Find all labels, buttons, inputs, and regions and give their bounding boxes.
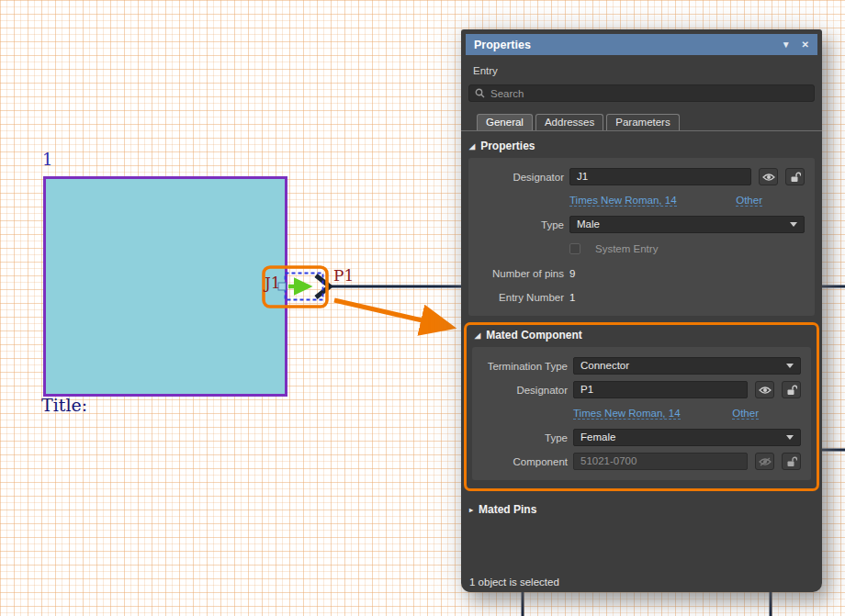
tab-parameters[interactable]: Parameters (606, 114, 679, 130)
entry-designator-label: J1 (265, 274, 281, 292)
tab-general[interactable]: General (477, 114, 533, 130)
lock-button[interactable] (782, 453, 801, 470)
type-dropdown[interactable]: Male (569, 216, 805, 233)
number-of-pins-label: Number of pins (468, 268, 564, 279)
collapse-icon: ◢ (475, 331, 480, 340)
sheet-symbol[interactable] (43, 176, 287, 397)
section-header-mated-pins[interactable]: ▸ Mated Pins (461, 495, 822, 520)
panel-menu-icon[interactable]: ▼ (782, 39, 791, 50)
entry-arrow-icon[interactable] (316, 275, 330, 297)
properties-group: Designator J1 (468, 158, 815, 316)
type-label: Type (468, 219, 564, 230)
entry-number-label: Entry Number (468, 292, 564, 303)
lock-button[interactable] (785, 168, 805, 185)
eye-slash-icon (759, 457, 772, 466)
designator-label: Designator (468, 172, 564, 183)
eye-icon (762, 173, 775, 182)
schematic-canvas[interactable]: 1 Title: J1 P1 Properties ▼ (0, 0, 845, 616)
visibility-button[interactable] (755, 381, 774, 398)
mated-designator-input[interactable]: P1 (573, 381, 748, 398)
search-placeholder: Search (490, 88, 524, 99)
font-link[interactable]: Times New Roman, 14 (569, 195, 677, 207)
tab-bar: General Addresses Parameters (461, 114, 822, 131)
visibility-disabled-button (755, 453, 774, 470)
search-icon (475, 88, 485, 98)
search-input[interactable]: Search (468, 84, 815, 102)
collapse-icon: ◢ (469, 142, 475, 151)
panel-header[interactable]: Properties ▼ ✕ (466, 34, 817, 55)
lock-icon (790, 172, 801, 183)
properties-panel: Properties ▼ ✕ Entry Search General Addr… (461, 29, 822, 592)
selection-box (286, 274, 323, 300)
panel-subtitle: Entry (473, 65, 822, 76)
termination-type-label: Termination Type (472, 361, 568, 372)
sheet-title-label: Title: (41, 395, 87, 415)
callout-arrow (334, 300, 450, 327)
designator-input[interactable]: J1 (569, 168, 751, 185)
system-entry-checkbox (569, 243, 580, 254)
tab-addresses[interactable]: Addresses (535, 114, 603, 130)
expand-icon: ▸ (469, 506, 473, 514)
lock-icon (786, 456, 797, 467)
visibility-button[interactable] (759, 168, 778, 185)
system-entry-label: System Entry (595, 243, 658, 254)
sheet-number-label: 1 (42, 150, 52, 169)
lock-icon (786, 385, 797, 396)
close-icon[interactable]: ✕ (802, 39, 809, 50)
other-link[interactable]: Other (732, 408, 759, 420)
font-link[interactable]: Times New Roman, 14 (573, 408, 681, 420)
component-label: Component (472, 456, 568, 467)
type-label: Type (472, 432, 568, 443)
mated-designator-label: P1 (333, 266, 354, 285)
termination-type-dropdown[interactable]: Connector (573, 357, 801, 375)
mated-component-group: Termination Type Connector Designator P1 (472, 347, 811, 480)
number-of-pins-value: 9 (569, 268, 575, 279)
section-header-mated-component[interactable]: ◢ Mated Component (467, 325, 817, 345)
status-text: 1 object is selected (469, 577, 559, 588)
designator-label: Designator (472, 385, 568, 396)
lock-button[interactable] (782, 381, 801, 398)
chevron-down-icon (790, 222, 797, 227)
entry-number-value: 1 (569, 292, 575, 303)
component-input: 51021-0700 (573, 453, 748, 470)
panel-title: Properties (474, 39, 531, 51)
mated-component-highlight: ◢ Mated Component Termination Type Conne… (464, 322, 819, 491)
section-header-properties[interactable]: ◢ Properties (461, 131, 822, 156)
other-link[interactable]: Other (736, 195, 762, 207)
chevron-down-icon (786, 435, 794, 440)
eye-icon (759, 386, 772, 395)
mated-type-dropdown[interactable]: Female (573, 429, 801, 446)
chevron-down-icon (786, 364, 794, 368)
